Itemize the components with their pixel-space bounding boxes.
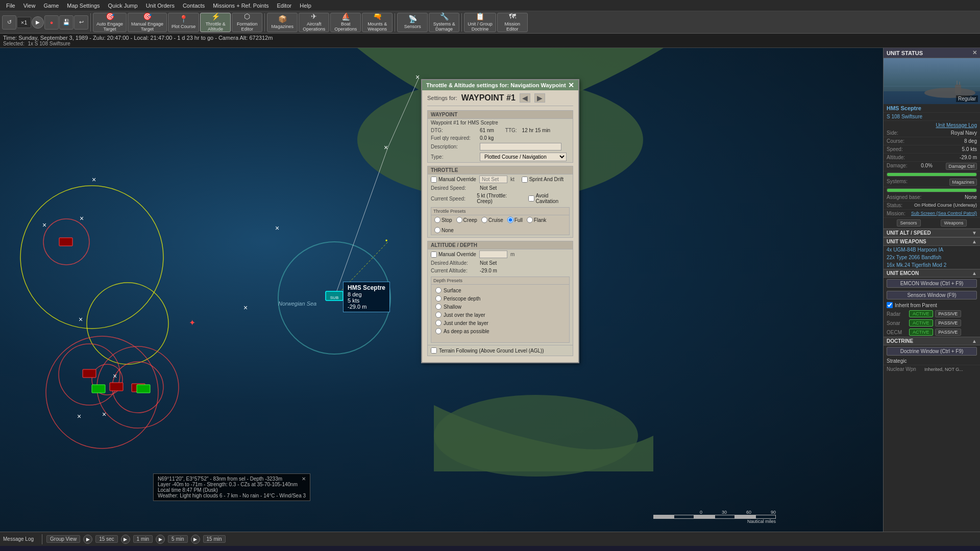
depth-over-layer-radio[interactable] (435, 312, 442, 318)
rewind-button[interactable]: ↺ (2, 15, 16, 30)
preset-stop-radio[interactable] (434, 217, 440, 223)
sensors-button[interactable]: 📡 Sensors (397, 13, 428, 32)
menu-game[interactable]: Game (39, 0, 63, 11)
waypoint-next-button[interactable]: ▶ (534, 93, 545, 103)
menu-contacts[interactable]: Contacts (179, 0, 209, 11)
systems-damage-button[interactable]: 🔧 Systems & Damage (429, 13, 459, 32)
undo-button[interactable]: ↩ (74, 15, 88, 30)
depth-periscope-radio[interactable] (435, 295, 442, 302)
preset-cruise-radio[interactable] (481, 217, 487, 223)
inherit-checkbox[interactable] (887, 302, 893, 308)
record-button[interactable]: ● (44, 15, 59, 30)
sprint-drift-checkbox[interactable] (522, 177, 528, 183)
terrain-checkbox[interactable] (431, 347, 437, 354)
time-15sec-button[interactable]: 15 sec (95, 535, 117, 543)
manual-override-checkbox[interactable] (431, 177, 437, 183)
alt-speed-section[interactable]: UNIT ALT / SPEED ▼ (884, 229, 980, 237)
desc-label: Description: (431, 144, 477, 149)
manual-engage-button[interactable]: 🎯 Manual Engage Target (128, 13, 167, 32)
menu-help[interactable]: Help (296, 0, 315, 11)
time-1min-button[interactable]: 1 min (133, 535, 153, 543)
depth-under-layer-radio[interactable] (435, 320, 442, 326)
throttle-altitude-button[interactable]: ⚡ Throttle & Altitude (200, 13, 231, 32)
alt-speed-toggle: ▼ (972, 230, 977, 236)
dtg-label: DTG: (431, 128, 477, 133)
magazines-button[interactable]: 📦 Magazines (267, 13, 298, 32)
dialog-close-button[interactable]: ✕ (568, 82, 574, 89)
depth-surface-radio[interactable] (435, 287, 442, 293)
unit-doctrine-button[interactable]: 📋 Unit / Group Doctrine (464, 13, 496, 32)
depth-shallow-radio[interactable] (435, 304, 442, 310)
damage-ctrl-button[interactable]: Damage Ctrl (946, 163, 977, 170)
magazines-panel-button[interactable]: Magazines (949, 179, 977, 186)
emcon-window-button[interactable]: EMCON Window (Ctrl + F9) (887, 279, 977, 288)
oecm-active-button[interactable]: ACTIVE (909, 329, 933, 336)
menu-missions[interactable]: Missions + Ref. Points (209, 0, 273, 11)
weapon-tigerfish[interactable]: 16x Mk.24 Tigerfish Mod 2 (884, 261, 980, 269)
side-value: Royal Navy (951, 130, 977, 136)
radar-active-button[interactable]: ACTIVE (909, 310, 933, 317)
scale-seg-5 (735, 515, 755, 519)
mounts-weapons-button[interactable]: 🔫 Mounts & Weapons (362, 13, 393, 32)
magazines-icon: 📦 (278, 15, 287, 23)
desc-input[interactable] (480, 143, 561, 151)
type-select[interactable]: Plotted Course / Navigation (480, 153, 567, 161)
toolbar-separator-2 (264, 13, 265, 32)
time-5min-button[interactable]: 5 min (168, 535, 187, 543)
mission-editor-button[interactable]: 🗺 Mission Editor (497, 13, 528, 32)
time-play-button[interactable]: ▶ (83, 535, 92, 544)
formation-editor-button[interactable]: ⬡ Formation Editor (232, 13, 262, 32)
save-button[interactable]: 💾 (59, 15, 74, 30)
menu-file[interactable]: File (2, 0, 19, 11)
weapons-section-header[interactable]: UNIT WEAPONS ▲ (884, 237, 980, 246)
sonar-passive-button[interactable]: PASSIVE (935, 319, 962, 327)
preset-flank-radio[interactable] (527, 217, 533, 223)
speed-override-input[interactable] (479, 176, 507, 183)
alt-override-input[interactable] (479, 251, 507, 258)
sprint-drift-label: Sprint And Drift (529, 177, 564, 182)
play-button[interactable]: ▶ (32, 16, 44, 29)
time-play-button-2[interactable]: ▶ (121, 535, 130, 544)
weapons-panel-button[interactable]: Weapons (941, 219, 967, 227)
coord-close-button[interactable]: ✕ (302, 476, 306, 482)
doctrine-section[interactable]: DOCTRINE ▲ (884, 337, 980, 345)
auto-engage-button[interactable]: 🎯 Auto Engage Target (93, 13, 127, 32)
sensors-panel-button[interactable]: Sensors (897, 219, 921, 227)
preset-full-radio[interactable] (507, 217, 513, 223)
avoid-cavitation-checkbox[interactable] (528, 195, 534, 202)
menu-view[interactable]: View (19, 0, 40, 11)
radar-passive-button[interactable]: PASSIVE (935, 310, 962, 317)
time-play-button-4[interactable]: ▶ (191, 535, 200, 544)
sonar-active-button[interactable]: ACTIVE (909, 319, 933, 327)
plot-course-button[interactable]: 📍 Plot Course (168, 13, 199, 32)
emcon-section[interactable]: UNIT EMCON ▲ (884, 269, 980, 278)
menu-quick-jump[interactable]: Quick Jump (104, 0, 142, 11)
waypoint-prev-button[interactable]: ◀ (520, 93, 530, 103)
selected-label: Selected: (3, 41, 24, 46)
unit-message-log[interactable]: Unit Message Log (887, 122, 977, 128)
group-view-button[interactable]: Group View (46, 535, 80, 543)
depth-periscope: Periscope depth (435, 294, 565, 303)
depth-deep-radio[interactable] (435, 328, 442, 334)
alt-manual-checkbox[interactable] (431, 252, 437, 258)
throttle-presets-group: Stop Creep Cruise Full Flank (431, 215, 569, 235)
current-alt-row: Current Altitude: -29.0 m (428, 267, 573, 274)
doctrine-window-button[interactable]: Doctrine Window (Ctrl + F9) (887, 347, 977, 356)
time-15min-button[interactable]: 15 min (203, 535, 226, 543)
boat-ops-button[interactable]: ⛵ Boat Operations (330, 13, 361, 32)
time-play-button-3[interactable]: ▶ (156, 535, 165, 544)
oecm-passive-button[interactable]: PASSIVE (935, 329, 962, 336)
preset-none-radio[interactable] (434, 227, 440, 233)
preset-creep-radio[interactable] (456, 217, 462, 223)
menu-map-settings[interactable]: Map Settings (63, 0, 104, 11)
mission-value[interactable]: Sub Screen (Sea Control Patrol) (911, 211, 977, 216)
menu-editor[interactable]: Editor (273, 0, 296, 11)
terrain-row: Terrain Following (Above Ground Level (A… (428, 345, 573, 356)
menu-unit-orders[interactable]: Unit Orders (142, 0, 179, 11)
aircraft-ops-button[interactable]: ✈ Aircraft Operations (299, 13, 329, 32)
weapon-bandfish[interactable]: 22x Type 2066 Bandfish (884, 254, 980, 261)
coord-line4: Weather: Light high clouds 6 - 7 km - No… (158, 493, 306, 498)
unit-status-close[interactable]: ✕ (972, 49, 977, 56)
weapon-harpoon[interactable]: 4x UGM-84B Harpoon IA (884, 246, 980, 254)
sensors-window-button[interactable]: Sensors Window (F9) (887, 291, 977, 299)
